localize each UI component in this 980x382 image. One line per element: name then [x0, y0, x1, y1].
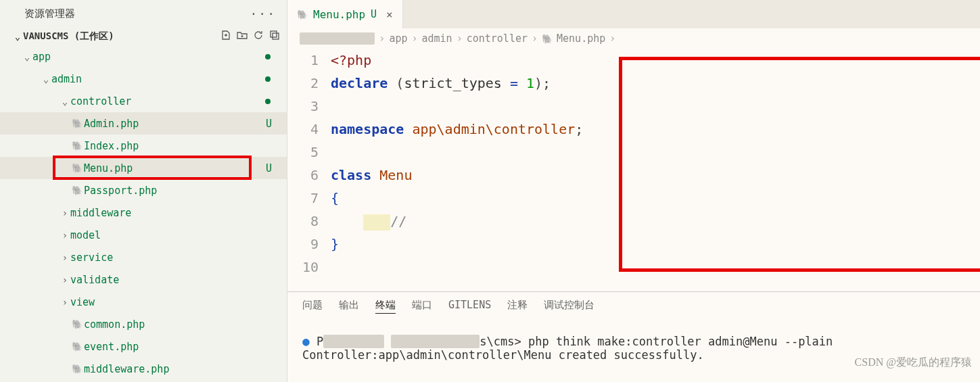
panel-tab-注释[interactable]: 注释: [507, 299, 528, 314]
tree-item-label: common.php: [84, 318, 145, 331]
chevron-right-icon: ›: [457, 32, 463, 45]
file-tree-folder[interactable]: ⌄admin: [0, 68, 287, 90]
breadcrumb-item[interactable]: controller: [467, 32, 528, 45]
code-line[interactable]: [331, 95, 583, 118]
file-tree-file[interactable]: ·🐘Admin.phpU: [0, 112, 287, 135]
git-status-indicator: U: [266, 162, 280, 174]
chevron-right-icon: ›: [60, 208, 70, 218]
terminal-blur: xxxxxxxx: [323, 335, 384, 348]
tree-item-label: admin: [51, 73, 82, 85]
tree-item-label: validate: [70, 274, 119, 286]
file-tree-folder[interactable]: ›model: [0, 224, 287, 246]
tree-item-label: model: [70, 229, 101, 241]
workspace-section-header[interactable]: ⌄ VANUSCMS (工作区): [0, 27, 287, 45]
breadcrumb-item[interactable]: Menu.php: [557, 32, 605, 45]
chevron-right-icon: ›: [379, 32, 385, 45]
refresh-icon[interactable]: [253, 30, 264, 43]
chevron-right-icon: ›: [609, 32, 615, 45]
php-icon: 🐘: [70, 185, 84, 195]
file-tree-file[interactable]: ·🐘common.php: [0, 313, 287, 335]
code-line[interactable]: }: [331, 233, 583, 256]
tab-menu-php[interactable]: 🐘 Menu.php U ×: [287, 0, 403, 28]
tree-item-label: controller: [70, 95, 131, 108]
file-tree-folder[interactable]: ›view: [0, 291, 287, 313]
tree-item-label: view: [70, 296, 95, 308]
terminal-blur: xxxxxxxxxxxx: [391, 335, 480, 348]
breadcrumb[interactable]: xxxxx xxxxx › app › admin › controller ›…: [287, 28, 980, 49]
code-line[interactable]: <?php: [331, 49, 583, 72]
tree-item-label: app: [32, 51, 51, 63]
collapse-all-icon[interactable]: [269, 30, 280, 43]
chevron-right-icon: ›: [411, 32, 417, 45]
file-tree-folder[interactable]: ⌄controller: [0, 90, 287, 112]
file-tree-file[interactable]: ·🐘Menu.phpU: [0, 157, 287, 179]
explorer-more-icon[interactable]: ···: [250, 7, 276, 21]
tree-item-label: Menu.php: [84, 162, 133, 174]
code-content[interactable]: <?phpdeclare (strict_types = 1);namespac…: [331, 49, 583, 279]
workspace-name: VANUSCMS (工作区): [23, 30, 114, 43]
code-line[interactable]: [331, 256, 583, 279]
tree-item-label: Index.php: [84, 140, 139, 152]
file-tree: ⌄app⌄admin⌄controller·🐘Admin.phpU·🐘Index…: [0, 45, 287, 382]
code-line[interactable]: //: [331, 210, 583, 233]
term-text: s\cms>: [480, 335, 521, 348]
php-icon: 🐘: [70, 118, 84, 128]
file-tree-folder[interactable]: ›validate: [0, 268, 287, 291]
panel-tab-输出[interactable]: 输出: [339, 299, 359, 314]
panel-tab-端口[interactable]: 端口: [412, 299, 432, 314]
watermark: CSDN @爱吃瓜的程序猿: [855, 356, 972, 370]
php-icon: 🐘: [70, 163, 84, 173]
file-tree-file[interactable]: ·🐘event.php: [0, 335, 287, 358]
breadcrumb-blur: xxxxx xxxxx: [300, 32, 375, 45]
breadcrumb-item[interactable]: admin: [422, 32, 452, 45]
terminal-output[interactable]: ● Pxxxxxxxx xxxxxxxxxxxxs\cms> php think…: [287, 316, 980, 382]
editor-area[interactable]: 12345678910 <?phpdeclare (strict_types =…: [287, 49, 980, 291]
code-line[interactable]: namespace app\admin\controller;: [331, 118, 583, 141]
git-status-dot: [265, 54, 271, 59]
panel-tab-问题[interactable]: 问题: [302, 299, 323, 314]
chevron-down-icon: ⌄: [41, 74, 51, 85]
file-tree-folder[interactable]: ⌄app: [0, 45, 287, 68]
file-tree-file[interactable]: ·🐘Index.php: [0, 135, 287, 157]
panel-tab-gitlens[interactable]: GITLENS: [448, 299, 491, 314]
term-output-line: Controller:app\admin\controller\Menu cre…: [302, 348, 704, 362]
php-icon: 🐘: [70, 341, 84, 352]
panel-tabs: 问题输出终端端口GITLENS注释调试控制台: [287, 292, 980, 316]
code-line[interactable]: [331, 141, 583, 164]
line-numbers: 12345678910: [300, 49, 331, 279]
php-icon: 🐘: [70, 364, 84, 374]
code-line[interactable]: {: [331, 187, 583, 210]
tab-label: Menu.php: [313, 8, 365, 21]
chevron-down-icon: ⌄: [12, 31, 23, 42]
file-tree-folder[interactable]: ›service: [0, 246, 287, 268]
php-icon: 🐘: [297, 9, 308, 20]
new-folder-icon[interactable]: [237, 30, 248, 43]
code-line[interactable]: declare (strict_types = 1);: [331, 72, 583, 95]
chevron-right-icon: ›: [60, 230, 70, 241]
breadcrumb-item[interactable]: app: [389, 32, 407, 45]
file-tree-folder[interactable]: ›middleware: [0, 201, 287, 224]
explorer-header: 资源管理器 ···: [0, 0, 287, 27]
tree-item-label: Passport.php: [84, 185, 157, 197]
new-file-icon[interactable]: [220, 30, 231, 43]
chevron-right-icon: ›: [532, 32, 538, 45]
close-icon[interactable]: ×: [386, 8, 393, 21]
git-status-indicator: U: [266, 118, 280, 130]
explorer-title: 资源管理器: [24, 7, 75, 20]
panel-tab-终端[interactable]: 终端: [375, 299, 396, 314]
chevron-right-icon: ›: [60, 297, 70, 308]
tree-item-label: middleware.php: [84, 363, 169, 375]
panel-tab-调试控制台[interactable]: 调试控制台: [544, 299, 594, 314]
explorer-sidebar: 资源管理器 ··· ⌄ VANUSCMS (工作区) ⌄app⌄admin⌄co…: [0, 0, 287, 382]
file-tree-file[interactable]: ·🐘Passport.php: [0, 179, 287, 201]
svg-rect-1: [273, 33, 279, 39]
git-status-dot: [265, 76, 271, 82]
code-line[interactable]: class Menu: [331, 164, 583, 187]
chevron-right-icon: ›: [60, 252, 70, 263]
file-tree-file[interactable]: ·🐘middleware.php: [0, 358, 287, 380]
chevron-down-icon: ⌄: [22, 51, 32, 62]
term-text: P: [317, 335, 323, 348]
tree-item-label: service: [70, 252, 113, 264]
tab-modified-indicator: U: [371, 8, 377, 20]
tree-item-label: event.php: [84, 341, 139, 353]
